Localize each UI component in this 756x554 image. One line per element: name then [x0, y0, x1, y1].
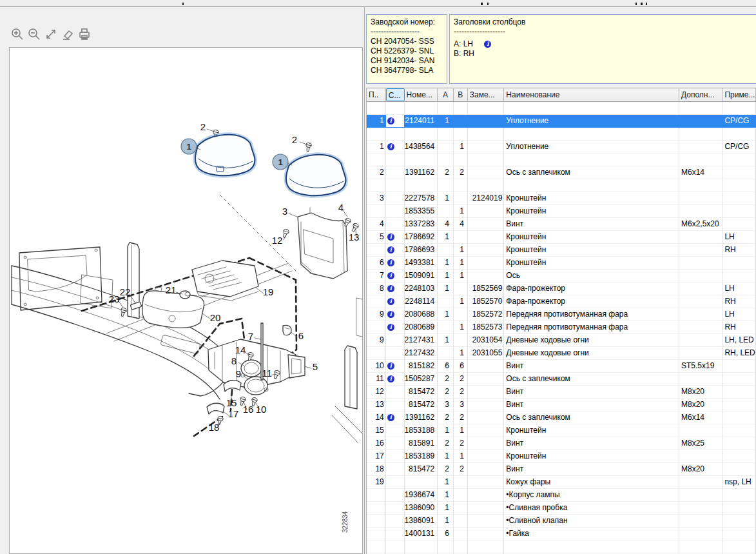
cell-note [722, 179, 756, 192]
info-icon[interactable]: i [387, 362, 394, 370]
table-spacer-row[interactable] [367, 102, 756, 115]
cell-qty-b [454, 102, 468, 115]
table-row[interactable]: 2139116222Ось с заплечикомM6x14 [367, 166, 756, 179]
cell-extra-info [679, 347, 722, 360]
column-header-pos[interactable]: П.. [367, 88, 386, 101]
eraser-icon[interactable] [60, 26, 75, 42]
table-row[interactable]: 14001316•Гайка [367, 528, 756, 540]
table-row[interactable]: 212743212031055Дневные ходовые огниRH, L… [367, 347, 756, 360]
parts-diagram-panel[interactable]: 1 1 223412132223212019761489115151610171… [9, 47, 363, 554]
table-spacer-row[interactable] [367, 179, 756, 192]
column-header-extra[interactable]: Дополн... [679, 88, 722, 101]
table-row[interactable]: 8i224810311852569Фара-прожекторLH [367, 282, 756, 295]
table-row[interactable]: i17866931КронштейнRH [367, 244, 756, 257]
callout-badge-1-left: 1 [181, 139, 197, 154]
table-row[interactable]: 9212743112031054Дневные ходовые огниLH, … [367, 334, 756, 347]
cell-part-number: 1337283 [405, 218, 438, 231]
column-header-qty-a[interactable]: А [438, 88, 454, 101]
table-row[interactable]: 3222757812124019Кронштейн [367, 192, 756, 205]
column-header-replaces[interactable]: Заме... [468, 88, 505, 101]
cell-note [722, 424, 756, 437]
table-row[interactable]: 1381547233ВинтM8x20 [367, 399, 756, 411]
cell-replaces [468, 360, 505, 373]
table-row[interactable]: 1281547222ВинтM8x20 [367, 386, 756, 399]
column-header-name[interactable]: Наименование [504, 88, 679, 101]
info-icon[interactable]: i [387, 259, 394, 266]
info-icon[interactable]: i [484, 41, 491, 48]
table-row[interactable]: 1i21240111УплотнениеCP/CG [367, 115, 756, 128]
info-icon[interactable]: i [387, 414, 394, 421]
zoom-in-icon[interactable] [10, 26, 24, 42]
cell-qty-a: 2 [438, 386, 454, 399]
table-row[interactable]: 6i149338111Кронштейн [367, 257, 756, 270]
cell-name: Ось с заплечиком [504, 411, 679, 424]
table-row[interactable]: 7i150909111Ось [367, 270, 756, 282]
cell-name: Передняя противотуманная фара [504, 321, 679, 334]
info-icon[interactable]: i [387, 298, 394, 305]
table-row[interactable]: 18533551Кронштейн [367, 205, 756, 218]
callout-label-13: 13 [349, 232, 360, 242]
column-header-qty-b[interactable]: В [454, 88, 468, 101]
table-spacer-row[interactable] [367, 540, 756, 553]
cell-part-number: 1438564 [405, 141, 438, 153]
cell-extra-info [679, 295, 722, 308]
cell-extra-info [679, 141, 722, 153]
print-icon[interactable] [77, 26, 92, 42]
zoom-out-icon[interactable] [26, 26, 41, 42]
table-row[interactable]: i208068911852573Передняя противотуманная… [367, 321, 756, 334]
fit-view-icon[interactable] [43, 26, 58, 42]
column-header-number[interactable]: Номе... [405, 88, 438, 101]
info-icon[interactable]: i [387, 272, 394, 279]
table-row[interactable]: i224811411852570Фара-прожекторRH [367, 295, 756, 308]
cell-part-number: 815891 [405, 437, 438, 450]
table-row[interactable]: 1681589122ВинтM8x25 [367, 437, 756, 450]
info-icon[interactable]: i [387, 285, 394, 292]
seal-part-right-highlighted[interactable] [286, 155, 346, 195]
cell-part-number: 815182 [405, 360, 438, 373]
table-row[interactable]: 1i14385641УплотнениеCP/CG [367, 141, 756, 153]
cell-pos: 12 [367, 386, 386, 399]
table-row[interactable]: 1881547222ВинтM8x20 [367, 463, 756, 476]
table-row[interactable]: 15185318811Кронштейн [367, 424, 756, 437]
column-header-note[interactable]: Приме... [722, 88, 756, 101]
table-spacer-row[interactable] [367, 153, 756, 166]
table-row[interactable]: 9i208068811852572Передняя противотуманна… [367, 308, 756, 321]
table-row[interactable]: 191Кожух фарыnsp, LH [367, 476, 756, 489]
table-row[interactable]: 13860901•Сливная пробка [367, 502, 756, 515]
table-row[interactable]: 11i150528722Ось с заплечиком [367, 373, 756, 386]
info-icon[interactable]: i [387, 117, 394, 124]
callout-label-10: 10 [256, 404, 267, 415]
cell-name: Винт [504, 360, 679, 373]
parts-table[interactable]: П.. С... Номе... А В Заме... Наименовани… [366, 88, 756, 554]
table-row[interactable]: 4133728344ВинтM6x2,5x20 [367, 218, 756, 231]
cell-status [386, 153, 405, 166]
table-spacer-row[interactable] [367, 128, 756, 141]
cell-note [722, 373, 756, 386]
table-row[interactable]: 17185318911Кронштейн [367, 450, 756, 463]
cell-status: i [386, 244, 405, 257]
cell-pos: 2 [367, 166, 386, 179]
cell-extra-info: M8x25 [679, 437, 722, 450]
info-icon[interactable]: i [387, 324, 394, 331]
cell-name: Уплотнение [504, 115, 679, 128]
screw-23 [119, 308, 126, 317]
cell-qty-b: 2 [454, 166, 468, 179]
table-row[interactable]: 5i17866921КронштейнLH [367, 231, 756, 244]
cell-qty-a [438, 321, 454, 334]
column-header-status[interactable]: С... [386, 88, 405, 101]
table-row[interactable]: 13860911•Сливной клапан [367, 515, 756, 528]
info-icon[interactable]: i [387, 311, 394, 318]
info-icon[interactable]: i [387, 233, 394, 241]
info-icon[interactable]: i [387, 143, 394, 150]
table-row[interactable]: 19366741•Корпус лампы [367, 489, 756, 502]
headlamp-housing-part [192, 261, 258, 301]
cell-replaces: 1852573 [468, 321, 505, 334]
seal-part-left-highlighted[interactable] [195, 135, 255, 175]
info-icon[interactable]: i [387, 375, 394, 382]
table-row[interactable]: 14i139116222Ось с заплечикомM6x14 [367, 411, 756, 424]
info-icon[interactable]: i [387, 246, 394, 253]
cell-part-number: 2124011 [405, 115, 438, 128]
table-row[interactable]: 10i81518266ВинтST5.5x19 [367, 360, 756, 373]
callout-label-20: 20 [210, 312, 221, 323]
cell-note [722, 102, 756, 115]
